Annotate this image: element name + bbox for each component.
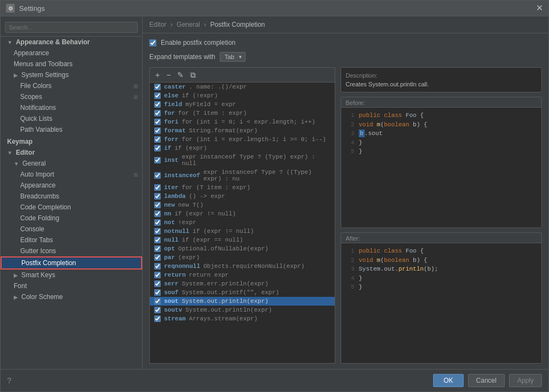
completion-item-opt[interactable]: optOptional.ofNullable(expr): [150, 244, 335, 253]
sidebar-item-path-variables[interactable]: Path Variables: [1, 124, 142, 135]
completion-desc: if (expr): [174, 145, 207, 151]
completion-checkbox-caster[interactable]: [154, 84, 161, 90]
completion-item-field[interactable]: fieldmyField = expr: [150, 100, 335, 109]
completion-checkbox-soutv[interactable]: [154, 307, 161, 313]
completion-checkbox-stream[interactable]: [154, 315, 161, 322]
code-line: 3 System.out.println(b);: [346, 265, 537, 274]
sidebar-item-keymap[interactable]: Keymap: [1, 136, 142, 147]
copy-button[interactable]: ⧉: [188, 70, 198, 80]
completion-item-if[interactable]: ifif (expr): [150, 144, 335, 153]
completion-checkbox-fori[interactable]: [154, 119, 161, 125]
completion-item-reqnonnull[interactable]: reqnonnullObjects.requireNonNull(expr): [150, 262, 335, 271]
sidebar-item-file-colors[interactable]: File Colors ⊞: [1, 80, 142, 91]
sidebar-item-appearance[interactable]: Appearance: [1, 48, 142, 58]
sidebar-item-gutter-icons[interactable]: Gutter Icons: [1, 245, 142, 256]
completion-item-forr[interactable]: forrfor (int i = expr.length-1; i >= 0; …: [150, 135, 335, 144]
completion-checkbox-format[interactable]: [154, 127, 161, 134]
close-button[interactable]: ✕: [536, 4, 543, 13]
completion-checkbox-for[interactable]: [154, 110, 161, 116]
sidebar-item-postfix-completion[interactable]: Postfix Completion: [1, 256, 142, 270]
sidebar-item-color-scheme[interactable]: ▶ Color Scheme: [1, 291, 142, 302]
expand-select[interactable]: Tab: [220, 52, 246, 62]
add-button[interactable]: +: [153, 70, 162, 80]
completion-checkbox-souf[interactable]: [154, 289, 161, 296]
completion-checkbox-nn[interactable]: [154, 210, 161, 217]
sidebar-item-smart-keys[interactable]: ▶ Smart Keys: [1, 270, 142, 280]
line-number: 2: [346, 120, 354, 130]
sidebar-item-code-folding[interactable]: Code Folding: [1, 213, 142, 224]
completion-item-null[interactable]: nullif (expr == null): [150, 236, 335, 244]
line-number: 1: [346, 247, 354, 256]
sidebar-item-general[interactable]: ▼ General: [1, 158, 142, 169]
completion-checkbox-new[interactable]: [154, 202, 161, 208]
code-line: 5}: [346, 147, 537, 156]
completion-checkbox-field[interactable]: [154, 101, 161, 108]
completion-item-notnull[interactable]: notnullif (expr != null): [150, 227, 335, 236]
search-input[interactable]: [5, 22, 138, 33]
completion-checkbox-not[interactable]: [154, 219, 161, 226]
sidebar-item-notifications[interactable]: Notifications: [1, 102, 142, 113]
sidebar-item-breadcrumbs[interactable]: Breadcrumbs: [1, 191, 142, 202]
completion-item-else[interactable]: elseif (!expr): [150, 91, 335, 100]
completion-item-soutv[interactable]: soutvSystem.out.println(expr): [150, 306, 335, 314]
completion-checkbox-instanceof[interactable]: [154, 172, 161, 179]
sidebar-item-appearance-behavior[interactable]: ▼ Appearance & Behavior: [1, 37, 142, 48]
completion-checkbox-serr[interactable]: [154, 280, 161, 287]
sidebar-item-editor-tabs[interactable]: Editor Tabs: [1, 235, 142, 245]
code-line: 1public class Foo {: [346, 247, 537, 256]
sidebar-item-scopes[interactable]: Scopes ⊞: [1, 91, 142, 102]
sidebar-item-auto-import[interactable]: Auto Import ⊞: [1, 169, 142, 180]
sidebar-item-editor[interactable]: ▼ Editor: [1, 147, 142, 158]
apply-button[interactable]: Apply: [509, 374, 542, 387]
completion-desc: expr instanceof Type ? (Type) expr) : nu…: [182, 154, 330, 167]
completion-checkbox-notnull[interactable]: [154, 228, 161, 235]
cancel-button[interactable]: Cancel: [468, 374, 505, 387]
completion-checkbox-iter[interactable]: [154, 184, 161, 191]
remove-button[interactable]: −: [164, 70, 173, 80]
ok-button[interactable]: OK: [433, 374, 463, 387]
completion-item-fori[interactable]: forifor (int i = 0; i < expr.length; i++…: [150, 118, 335, 126]
sidebar-item-system-settings[interactable]: ▶ System Settings: [1, 69, 142, 80]
completion-checkbox-else[interactable]: [154, 92, 161, 99]
completion-item-not[interactable]: not!expr: [150, 218, 335, 227]
completion-desc: for (int i = 0; i < expr.length; i++): [182, 119, 315, 125]
expand-arrow-system: ▶: [14, 72, 18, 78]
completion-item-iter[interactable]: iterfor (T item : expr): [150, 183, 335, 192]
completion-checkbox-opt[interactable]: [154, 245, 161, 252]
sidebar-item-font[interactable]: Font: [1, 280, 142, 291]
completion-item-lambda[interactable]: lambda() -> expr: [150, 192, 335, 201]
completion-item-sout[interactable]: soutSystem.out.println(expr): [150, 297, 335, 306]
completion-item-new[interactable]: newnew T(): [150, 201, 335, 209]
completion-item-inst[interactable]: instexpr instanceof Type ? (Type) expr) …: [150, 153, 335, 168]
edit-button[interactable]: ✎: [175, 70, 186, 80]
completion-item-format[interactable]: formatString.format(expr): [150, 126, 335, 135]
sidebar-item-console[interactable]: Console: [1, 224, 142, 235]
completion-checkbox-sout[interactable]: [154, 298, 161, 305]
sidebar-item-code-completion[interactable]: Code Completion: [1, 202, 142, 213]
completion-item-return[interactable]: returnreturn expr: [150, 271, 335, 279]
completion-item-caster[interactable]: caster. name: .()/expr: [150, 83, 335, 91]
completion-item-for[interactable]: forfor (T item : expr): [150, 109, 335, 118]
right-panel: Description: Creates System.out.println …: [341, 67, 542, 364]
completion-item-serr[interactable]: serrSystem.err.println(expr): [150, 279, 335, 288]
completion-item-instanceof[interactable]: instanceofexpr instanceof Type ? ((Type)…: [150, 168, 335, 183]
completion-checkbox-inst[interactable]: [154, 157, 161, 163]
completion-checkbox-reqnonnull[interactable]: [154, 263, 161, 270]
completion-item-nn[interactable]: nnif (expr != null): [150, 209, 335, 218]
completion-checkbox-null[interactable]: [154, 237, 161, 243]
completion-desc: for (int i = expr.length-1; i >= 0; i--): [182, 136, 326, 143]
completion-item-par[interactable]: par(expr): [150, 253, 335, 262]
enable-checkbox[interactable]: [149, 39, 156, 46]
completion-checkbox-if[interactable]: [154, 145, 161, 151]
sidebar-item-menus-toolbars[interactable]: Menus and Toolbars: [1, 58, 142, 69]
completion-checkbox-return[interactable]: [154, 272, 161, 278]
sidebar-item-appearance2[interactable]: Appearance: [1, 180, 142, 191]
completion-checkbox-forr[interactable]: [154, 136, 161, 143]
help-button[interactable]: ?: [7, 376, 11, 385]
sidebar-item-quick-lists[interactable]: Quick Lists: [1, 113, 142, 124]
completion-checkbox-lambda[interactable]: [154, 193, 161, 200]
completion-item-stream[interactable]: streamArrays.stream(expr): [150, 314, 335, 323]
completion-item-souf[interactable]: soufSystem.out.printf("", expr): [150, 288, 335, 297]
completion-desc: !expr: [178, 219, 196, 226]
completion-checkbox-par[interactable]: [154, 254, 161, 261]
